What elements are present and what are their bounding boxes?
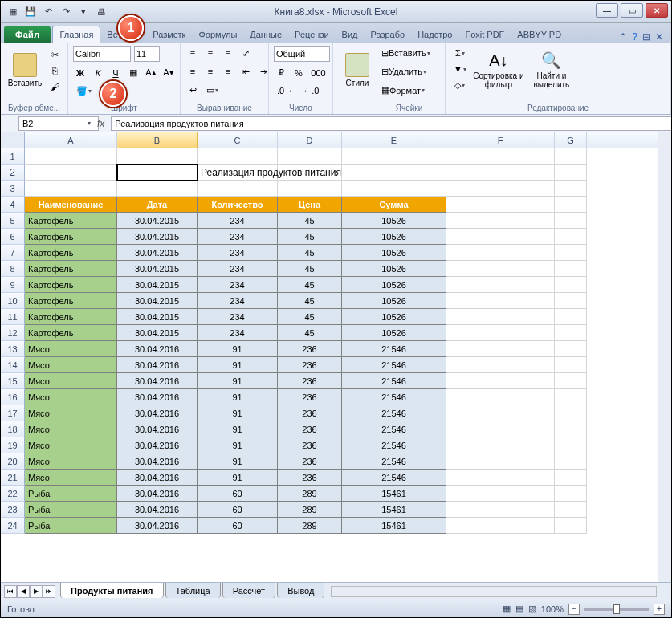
view-break-icon[interactable]: ▧ bbox=[528, 604, 536, 614]
cell-date[interactable]: 30.04.2016 bbox=[117, 405, 198, 421]
cell-qty[interactable]: 91 bbox=[198, 437, 278, 453]
cell[interactable] bbox=[555, 245, 587, 261]
align-bottom-icon[interactable]: ≡ bbox=[221, 46, 235, 60]
cell-sum[interactable]: 10526 bbox=[342, 229, 446, 245]
cell-date[interactable]: 30.04.2015 bbox=[117, 325, 198, 341]
cell-qty[interactable]: 91 bbox=[198, 373, 278, 389]
row-head-10[interactable]: 10 bbox=[1, 293, 25, 309]
cell[interactable] bbox=[446, 309, 555, 325]
cut-icon[interactable]: ✂ bbox=[47, 47, 63, 62]
cell[interactable]: Реализация продуктов питания bbox=[198, 165, 278, 181]
number-format-combo[interactable] bbox=[274, 46, 330, 62]
col-head-b[interactable]: B bbox=[117, 132, 198, 148]
sheet-tab-0[interactable]: Продукты питания bbox=[60, 583, 164, 598]
row-head-15[interactable]: 15 bbox=[1, 373, 25, 389]
cell-qty[interactable]: 234 bbox=[198, 277, 278, 293]
row-head-23[interactable]: 23 bbox=[1, 502, 25, 518]
col-head-c[interactable]: C bbox=[198, 132, 278, 148]
cell-sum[interactable]: 21546 bbox=[342, 405, 446, 421]
row-head-7[interactable]: 7 bbox=[1, 245, 25, 261]
horizontal-scrollbar[interactable] bbox=[331, 586, 657, 597]
selected-cell[interactable] bbox=[117, 165, 198, 181]
row-head-20[interactable]: 20 bbox=[1, 453, 25, 470]
cell-qty[interactable]: 234 bbox=[198, 309, 278, 325]
row-head-6[interactable]: 6 bbox=[1, 229, 25, 245]
cell-sum[interactable]: 10526 bbox=[342, 293, 446, 309]
cell-price[interactable]: 45 bbox=[278, 277, 342, 293]
view-normal-icon[interactable]: ▦ bbox=[503, 604, 511, 614]
cell-qty[interactable]: 234 bbox=[198, 229, 278, 245]
sheet-nav-first-icon[interactable]: ⏮ bbox=[4, 585, 17, 598]
tab-foxit[interactable]: Foxit PDF bbox=[458, 26, 511, 43]
row-head-22[interactable]: 22 bbox=[1, 486, 25, 502]
cell[interactable] bbox=[342, 181, 446, 197]
delete-cells-button[interactable]: ⊟ Удалить▾ bbox=[378, 64, 430, 79]
cell-date[interactable]: 30.04.2016 bbox=[117, 470, 198, 486]
cell-price[interactable]: 45 bbox=[278, 229, 342, 245]
border-icon[interactable]: ▦ bbox=[126, 66, 141, 80]
sheet-tab-3[interactable]: Вывод bbox=[277, 583, 324, 598]
cell-sum[interactable]: 21546 bbox=[342, 389, 446, 405]
cell[interactable] bbox=[278, 148, 342, 165]
cell[interactable] bbox=[446, 197, 555, 213]
cell[interactable] bbox=[555, 405, 587, 421]
cell[interactable] bbox=[555, 437, 587, 453]
cell[interactable] bbox=[446, 213, 555, 229]
file-tab[interactable]: Файл bbox=[4, 26, 51, 43]
inc-decimal-icon[interactable]: .0→ bbox=[274, 83, 296, 98]
cell[interactable] bbox=[555, 309, 587, 325]
dec-decimal-icon[interactable]: ←.0 bbox=[299, 83, 322, 98]
clear-icon[interactable]: ◇▾ bbox=[450, 78, 470, 92]
cell[interactable] bbox=[342, 165, 446, 181]
cell[interactable] bbox=[446, 357, 555, 373]
header-name[interactable]: Наименование bbox=[25, 197, 117, 213]
minimize-button[interactable]: — bbox=[596, 3, 618, 18]
cell-name[interactable]: Картофель bbox=[25, 309, 117, 325]
row-head-1[interactable]: 1 bbox=[1, 148, 25, 165]
indent-dec-icon[interactable]: ⇤ bbox=[238, 64, 253, 79]
cell-name[interactable]: Мясо bbox=[25, 373, 117, 389]
cell-price[interactable]: 289 bbox=[278, 518, 342, 534]
cell-sum[interactable]: 21546 bbox=[342, 357, 446, 373]
col-head-e[interactable]: E bbox=[342, 132, 446, 148]
tab-formulas[interactable]: Формулы bbox=[192, 26, 243, 43]
cell[interactable] bbox=[446, 421, 555, 437]
row-head-8[interactable]: 8 bbox=[1, 261, 25, 277]
cell-name[interactable]: Мясо bbox=[25, 421, 117, 437]
cell-date[interactable]: 30.04.2016 bbox=[117, 373, 198, 389]
save-icon[interactable]: 💾 bbox=[23, 5, 38, 19]
row-head-24[interactable]: 24 bbox=[1, 518, 25, 534]
cell-name[interactable]: Картофель bbox=[25, 245, 117, 261]
fill-color-icon[interactable]: 🪣▾ bbox=[73, 83, 95, 98]
cell-price[interactable]: 236 bbox=[278, 437, 342, 453]
header-qty[interactable]: Количество bbox=[198, 197, 278, 213]
cell-sum[interactable]: 10526 bbox=[342, 277, 446, 293]
cell[interactable] bbox=[555, 470, 587, 486]
italic-button[interactable]: К bbox=[91, 66, 105, 80]
formula-input[interactable] bbox=[111, 116, 671, 131]
cell[interactable] bbox=[555, 197, 587, 213]
row-head-19[interactable]: 19 bbox=[1, 437, 25, 453]
zoom-in-button[interactable]: + bbox=[654, 604, 665, 615]
cell[interactable] bbox=[555, 213, 587, 229]
cell-qty[interactable]: 60 bbox=[198, 486, 278, 502]
cell-qty[interactable]: 234 bbox=[198, 261, 278, 277]
cell[interactable] bbox=[446, 229, 555, 245]
cell-price[interactable]: 236 bbox=[278, 373, 342, 389]
cell-sum[interactable]: 21546 bbox=[342, 373, 446, 389]
cell[interactable] bbox=[446, 277, 555, 293]
cell-sum[interactable]: 10526 bbox=[342, 309, 446, 325]
cell-qty[interactable]: 91 bbox=[198, 389, 278, 405]
cell-name[interactable]: Картофель bbox=[25, 325, 117, 341]
orientation-icon[interactable]: ⤢ bbox=[238, 46, 253, 60]
cell-price[interactable]: 45 bbox=[278, 261, 342, 277]
font-grow-icon[interactable]: A▴ bbox=[144, 66, 158, 80]
cell-sum[interactable]: 21546 bbox=[342, 453, 446, 470]
cell-price[interactable]: 236 bbox=[278, 341, 342, 357]
qat-more-icon[interactable]: ▾ bbox=[76, 5, 91, 19]
row-head-2[interactable]: 2 bbox=[1, 165, 25, 181]
font-name-combo[interactable] bbox=[73, 46, 131, 62]
row-head-9[interactable]: 9 bbox=[1, 277, 25, 293]
cell-sum[interactable]: 10526 bbox=[342, 245, 446, 261]
cell-price[interactable]: 236 bbox=[278, 357, 342, 373]
